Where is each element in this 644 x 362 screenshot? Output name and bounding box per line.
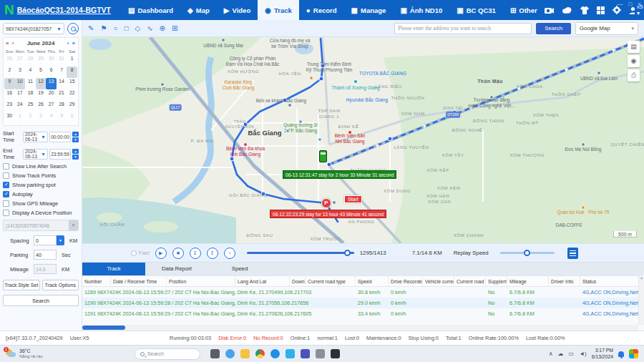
calendar-day[interactable]: 1- (15, 112, 26, 124)
nav-tab[interactable]: ▤ Dashboard (121, 0, 180, 20)
checkbox[interactable] (3, 182, 9, 188)
notifications-icon[interactable] (618, 351, 624, 357)
fast-option[interactable]: Fast (131, 250, 150, 256)
table-row[interactable]: 1291 98X7424K 2024-06-13 15:59:29 / 202 … (82, 308, 638, 319)
stop-button[interactable]: ■ (172, 248, 184, 259)
search-button[interactable]: Search (3, 295, 79, 306)
calendar-day[interactable]: 6- (46, 67, 57, 78)
minimize-button[interactable]: — (617, 1, 623, 7)
calendar-day[interactable]: 19- (36, 89, 47, 101)
widgets-icon[interactable] (225, 349, 235, 358)
apps-grid-icon[interactable] (597, 6, 605, 14)
calendar-day[interactable]: 2- (25, 112, 36, 124)
calendar-day[interactable]: 26- (4, 55, 15, 67)
calendar-day[interactable]: 31- (57, 55, 67, 67)
calendar-day[interactable]: 90 (4, 78, 15, 89)
calendar-day[interactable]: 29- (36, 55, 47, 67)
calendar-day[interactable]: 25- (25, 101, 36, 112)
report-title-link[interactable]: BáocáoQC31-2014-BGTVT (17, 6, 111, 14)
nav-tab[interactable]: ▶ Video (217, 0, 258, 20)
map-type-select[interactable]: Google Map▾ (575, 22, 638, 35)
table-row[interactable]: 1290 98X7424K 2024-06-13 15:59:28 / 202 … (82, 298, 638, 308)
calendar-day[interactable]: 23- (4, 101, 15, 112)
progress-slider-handle[interactable] (344, 250, 351, 256)
start-date-select[interactable]: 2024-06-13▼ (23, 132, 48, 142)
map-canvas[interactable]: UBND xã Song MaiCửa hàng đồ mẹ và bé Trộ… (82, 37, 644, 243)
panel-tab[interactable]: Data Report (145, 263, 208, 275)
camera-icon[interactable] (545, 6, 554, 14)
device-select[interactable]: 98X7424K(01827057 ▼ (3, 23, 64, 34)
calendar-day[interactable]: 11- (25, 78, 36, 89)
calendar-day[interactable]: 7- (57, 67, 67, 78)
checkbox[interactable] (3, 200, 9, 207)
calendar-day[interactable]: 26- (36, 101, 47, 112)
replay-speed-slider[interactable] (500, 252, 555, 254)
calendar-day[interactable]: 13- (46, 78, 57, 89)
calendar-day[interactable]: 4- (25, 67, 36, 78)
circle-draw-icon[interactable]: ○ (113, 25, 117, 32)
calendar-day[interactable]: 28- (25, 55, 36, 67)
table-row[interactable]: 1289 98X7424K 2024-06-13 15:59:27 / 202 … (82, 287, 638, 298)
option-checkbox-row[interactable]: Autoplay (3, 191, 79, 197)
checkbox[interactable] (3, 210, 9, 216)
weather-widget-icon[interactable] (629, 349, 638, 358)
calendar-day[interactable]: 3- (36, 112, 47, 124)
fullscreen-icon[interactable]: ⊞ (172, 25, 177, 32)
calendar-prev-icon[interactable]: « ‹ (6, 40, 14, 47)
map-print-button[interactable]: ⎙ (628, 69, 640, 82)
calendar-day[interactable]: 21- (57, 89, 67, 101)
calendar-day[interactable]: 30- (4, 112, 15, 124)
calendar-day[interactable]: 30- (46, 55, 57, 67)
progress-slider[interactable] (247, 252, 354, 254)
weather-widget[interactable]: 1 36°C Nắng rải rác (6, 348, 43, 359)
edge-icon[interactable] (270, 349, 280, 358)
checkbox[interactable] (3, 163, 9, 170)
horizontal-scrollbar[interactable] (82, 325, 638, 331)
start-time-stepper[interactable]: ▲▼ (72, 132, 79, 142)
nav-tab[interactable]: ▦ Manage (344, 0, 394, 20)
replay-speed-handle[interactable] (524, 250, 530, 256)
task-view-icon[interactable] (210, 349, 220, 358)
option-checkbox-row[interactable]: Show Track Points (3, 172, 79, 179)
start-time-input[interactable]: 00:00:00 (49, 132, 71, 142)
export-button[interactable]: ↥ (207, 248, 218, 259)
calendar-day[interactable]: 3- (15, 67, 26, 78)
map-layers-button[interactable]: ▤ (628, 41, 640, 53)
calendar-day[interactable]: 14- (57, 78, 67, 89)
nav-tab[interactable]: ◈ Map (180, 0, 217, 20)
settings-app-icon[interactable] (316, 349, 325, 358)
option-checkbox-row[interactable]: Show GPS Mileage (3, 200, 79, 207)
end-date-select[interactable]: 2024-06-13▼ (23, 149, 48, 160)
calendar-day[interactable]: 100 (15, 78, 26, 89)
calendar-day[interactable]: 28- (57, 101, 67, 112)
option-checkbox-row[interactable]: Show parking spot (3, 182, 79, 188)
calendar-day[interactable]: 5- (36, 67, 47, 78)
polygon-draw-icon[interactable]: ◇ (135, 25, 140, 32)
calendar-day[interactable]: 15- (67, 78, 77, 89)
tray-chevron-icon[interactable]: ∧ (549, 351, 553, 357)
calendar-day[interactable]: 5- (57, 112, 67, 124)
vertical-scrollbar[interactable]: ▲ (638, 275, 644, 325)
nav-tab[interactable]: ▣ BC QC31 (449, 0, 503, 20)
play-button[interactable]: ▶ (155, 248, 167, 259)
polyline-draw-icon[interactable]: ∿ (147, 25, 152, 32)
nav-tab[interactable]: ● Record (299, 0, 344, 20)
parking-input[interactable]: 40 (34, 250, 57, 260)
vehicle-marker[interactable] (319, 150, 327, 162)
option-checkbox-row[interactable]: Display A Device Position (3, 210, 79, 216)
panel-tab[interactable]: Speed (208, 263, 271, 275)
maximize-button[interactable]: □ (628, 1, 632, 7)
close-button[interactable]: × (638, 1, 641, 7)
track-options-button[interactable]: Track Options (42, 280, 79, 290)
end-time-input[interactable]: 23:59:59 (49, 149, 71, 160)
calendar-day[interactable]: 120 (36, 78, 47, 89)
speaker-icon[interactable]: ◄) (579, 351, 587, 357)
nav-tab[interactable]: ◉ Track (258, 0, 299, 20)
parking-marker[interactable]: P (321, 198, 331, 208)
measure-icon[interactable]: ✎ (88, 25, 94, 32)
cloud-icon[interactable] (562, 6, 572, 14)
calendar-day[interactable]: 17- (15, 89, 26, 101)
taskbar-search[interactable]: Search (135, 348, 200, 360)
rectangle-draw-icon[interactable]: □ (124, 25, 128, 32)
store-icon[interactable] (286, 349, 295, 358)
